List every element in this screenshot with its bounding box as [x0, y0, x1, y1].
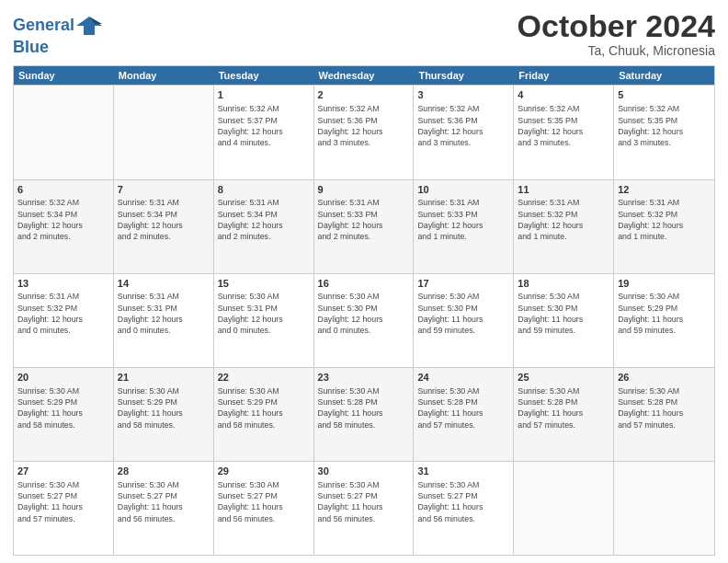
day-info: Sunrise: 5:31 AMSunset: 5:31 PMDaylight:…: [118, 291, 210, 336]
calendar-row-1: 6Sunrise: 5:32 AMSunset: 5:34 PMDaylight…: [14, 179, 714, 273]
month-title: October 2024: [518, 9, 715, 43]
page: General Blue October 2024 Ta, Chuuk, Mic…: [0, 0, 728, 563]
calendar-row-4: 27Sunrise: 5:30 AMSunset: 5:27 PMDayligh…: [14, 461, 714, 555]
day-info: Sunrise: 5:30 AMSunset: 5:27 PMDaylight:…: [417, 479, 509, 524]
cal-cell-r4-c1: 28Sunrise: 5:30 AMSunset: 5:27 PMDayligh…: [114, 462, 214, 555]
day-number: 24: [417, 371, 509, 385]
day-number: 5: [618, 88, 711, 102]
day-info: Sunrise: 5:30 AMSunset: 5:27 PMDaylight:…: [118, 479, 210, 524]
cal-cell-r3-c4: 24Sunrise: 5:30 AMSunset: 5:28 PMDayligh…: [414, 368, 514, 461]
day-info: Sunrise: 5:31 AMSunset: 5:32 PMDaylight:…: [518, 197, 609, 242]
day-number: 4: [518, 88, 609, 102]
day-info: Sunrise: 5:30 AMSunset: 5:31 PMDaylight:…: [218, 291, 310, 336]
cal-cell-r2-c2: 15Sunrise: 5:30 AMSunset: 5:31 PMDayligh…: [214, 274, 314, 367]
cal-cell-r3-c0: 20Sunrise: 5:30 AMSunset: 5:29 PMDayligh…: [14, 368, 114, 461]
day-number: 22: [218, 371, 310, 385]
cal-cell-r4-c2: 29Sunrise: 5:30 AMSunset: 5:27 PMDayligh…: [214, 462, 314, 555]
day-info: Sunrise: 5:30 AMSunset: 5:29 PMDaylight:…: [218, 385, 310, 431]
day-number: 19: [618, 277, 711, 291]
cal-cell-r2-c1: 14Sunrise: 5:31 AMSunset: 5:31 PMDayligh…: [114, 274, 214, 367]
location: Ta, Chuuk, Micronesia: [518, 43, 715, 58]
day-info: Sunrise: 5:30 AMSunset: 5:29 PMDaylight:…: [17, 385, 109, 431]
day-info: Sunrise: 5:31 AMSunset: 5:34 PMDaylight:…: [118, 197, 210, 242]
day-number: 15: [218, 277, 310, 291]
cal-cell-r1-c6: 12Sunrise: 5:31 AMSunset: 5:32 PMDayligh…: [614, 180, 714, 273]
logo-text-blue: Blue: [13, 39, 102, 57]
header-friday: Friday: [514, 66, 614, 85]
cal-cell-r1-c5: 11Sunrise: 5:31 AMSunset: 5:32 PMDayligh…: [514, 180, 614, 273]
cal-cell-r0-c3: 2Sunrise: 5:32 AMSunset: 5:36 PMDaylight…: [314, 86, 415, 178]
header-tuesday: Tuesday: [214, 66, 314, 85]
day-info: Sunrise: 5:30 AMSunset: 5:30 PMDaylight:…: [318, 291, 410, 336]
day-number: 8: [218, 183, 310, 197]
header-wednesday: Wednesday: [314, 66, 415, 85]
cal-cell-r1-c3: 9Sunrise: 5:31 AMSunset: 5:33 PMDaylight…: [314, 180, 415, 273]
day-info: Sunrise: 5:30 AMSunset: 5:29 PMDaylight:…: [618, 291, 711, 336]
cal-cell-r3-c3: 23Sunrise: 5:30 AMSunset: 5:28 PMDayligh…: [314, 368, 415, 461]
calendar-row-3: 20Sunrise: 5:30 AMSunset: 5:29 PMDayligh…: [14, 367, 714, 461]
day-info: Sunrise: 5:31 AMSunset: 5:33 PMDaylight:…: [417, 197, 509, 242]
cal-cell-r1-c2: 8Sunrise: 5:31 AMSunset: 5:34 PMDaylight…: [214, 180, 314, 273]
cal-cell-r4-c4: 31Sunrise: 5:30 AMSunset: 5:27 PMDayligh…: [414, 462, 514, 555]
day-number: 17: [417, 277, 509, 291]
cal-cell-r2-c4: 17Sunrise: 5:30 AMSunset: 5:30 PMDayligh…: [414, 274, 514, 367]
cal-cell-r3-c5: 25Sunrise: 5:30 AMSunset: 5:28 PMDayligh…: [514, 368, 614, 461]
header-saturday: Saturday: [614, 66, 714, 85]
header-sunday: Sunday: [14, 66, 114, 85]
day-number: 18: [518, 277, 609, 291]
calendar: Sunday Monday Tuesday Wednesday Thursday…: [13, 65, 715, 556]
cal-cell-r0-c5: 4Sunrise: 5:32 AMSunset: 5:35 PMDaylight…: [514, 86, 614, 178]
calendar-header: Sunday Monday Tuesday Wednesday Thursday…: [14, 66, 714, 85]
day-number: 31: [417, 465, 509, 478]
cal-cell-r3-c2: 22Sunrise: 5:30 AMSunset: 5:29 PMDayligh…: [214, 368, 314, 461]
day-number: 29: [218, 465, 310, 478]
day-info: Sunrise: 5:32 AMSunset: 5:36 PMDaylight:…: [318, 103, 410, 148]
header-thursday: Thursday: [414, 66, 514, 85]
day-number: 28: [118, 465, 210, 478]
cal-cell-r4-c6: [614, 462, 714, 555]
day-number: 13: [17, 277, 109, 291]
day-info: Sunrise: 5:30 AMSunset: 5:28 PMDaylight:…: [618, 385, 711, 431]
day-info: Sunrise: 5:30 AMSunset: 5:28 PMDaylight:…: [518, 385, 609, 431]
cal-cell-r2-c5: 18Sunrise: 5:30 AMSunset: 5:30 PMDayligh…: [514, 274, 614, 367]
cal-cell-r2-c3: 16Sunrise: 5:30 AMSunset: 5:30 PMDayligh…: [314, 274, 415, 367]
cal-cell-r2-c6: 19Sunrise: 5:30 AMSunset: 5:29 PMDayligh…: [614, 274, 714, 367]
day-info: Sunrise: 5:32 AMSunset: 5:35 PMDaylight:…: [518, 103, 609, 148]
cal-cell-r0-c4: 3Sunrise: 5:32 AMSunset: 5:36 PMDaylight…: [414, 86, 514, 178]
day-info: Sunrise: 5:32 AMSunset: 5:34 PMDaylight:…: [17, 197, 109, 242]
day-number: 25: [518, 371, 609, 385]
day-number: 1: [218, 88, 310, 102]
logo-bird-icon: [76, 13, 102, 39]
day-info: Sunrise: 5:31 AMSunset: 5:34 PMDaylight:…: [218, 197, 310, 242]
day-number: 27: [17, 465, 109, 478]
day-number: 23: [318, 371, 410, 385]
cal-cell-r4-c3: 30Sunrise: 5:30 AMSunset: 5:27 PMDayligh…: [314, 462, 415, 555]
day-info: Sunrise: 5:32 AMSunset: 5:36 PMDaylight:…: [417, 103, 509, 148]
title-block: October 2024 Ta, Chuuk, Micronesia: [518, 9, 715, 58]
cal-cell-r3-c1: 21Sunrise: 5:30 AMSunset: 5:29 PMDayligh…: [114, 368, 214, 461]
calendar-body: 1Sunrise: 5:32 AMSunset: 5:37 PMDaylight…: [14, 85, 714, 555]
cal-cell-r1-c4: 10Sunrise: 5:31 AMSunset: 5:33 PMDayligh…: [414, 180, 514, 273]
logo: General Blue: [13, 13, 102, 57]
logo-text: General: [13, 17, 74, 35]
calendar-row-2: 13Sunrise: 5:31 AMSunset: 5:32 PMDayligh…: [14, 273, 714, 367]
day-info: Sunrise: 5:31 AMSunset: 5:32 PMDaylight:…: [618, 197, 711, 242]
header: General Blue October 2024 Ta, Chuuk, Mic…: [13, 9, 715, 58]
cal-cell-r4-c5: [514, 462, 614, 555]
cal-cell-r1-c0: 6Sunrise: 5:32 AMSunset: 5:34 PMDaylight…: [14, 180, 114, 273]
header-monday: Monday: [114, 66, 214, 85]
day-info: Sunrise: 5:30 AMSunset: 5:27 PMDaylight:…: [318, 479, 410, 524]
day-number: 11: [518, 183, 609, 197]
day-number: 30: [318, 465, 410, 478]
day-info: Sunrise: 5:30 AMSunset: 5:29 PMDaylight:…: [118, 385, 210, 431]
calendar-row-0: 1Sunrise: 5:32 AMSunset: 5:37 PMDaylight…: [14, 85, 714, 178]
day-info: Sunrise: 5:30 AMSunset: 5:27 PMDaylight:…: [218, 479, 310, 524]
day-info: Sunrise: 5:30 AMSunset: 5:30 PMDaylight:…: [417, 291, 509, 336]
svg-marker-0: [76, 17, 102, 35]
day-number: 3: [417, 88, 509, 102]
cal-cell-r0-c1: [114, 86, 214, 178]
day-info: Sunrise: 5:30 AMSunset: 5:30 PMDaylight:…: [518, 291, 609, 336]
cal-cell-r1-c1: 7Sunrise: 5:31 AMSunset: 5:34 PMDaylight…: [114, 180, 214, 273]
day-info: Sunrise: 5:30 AMSunset: 5:28 PMDaylight:…: [417, 385, 509, 431]
day-number: 12: [618, 183, 711, 197]
